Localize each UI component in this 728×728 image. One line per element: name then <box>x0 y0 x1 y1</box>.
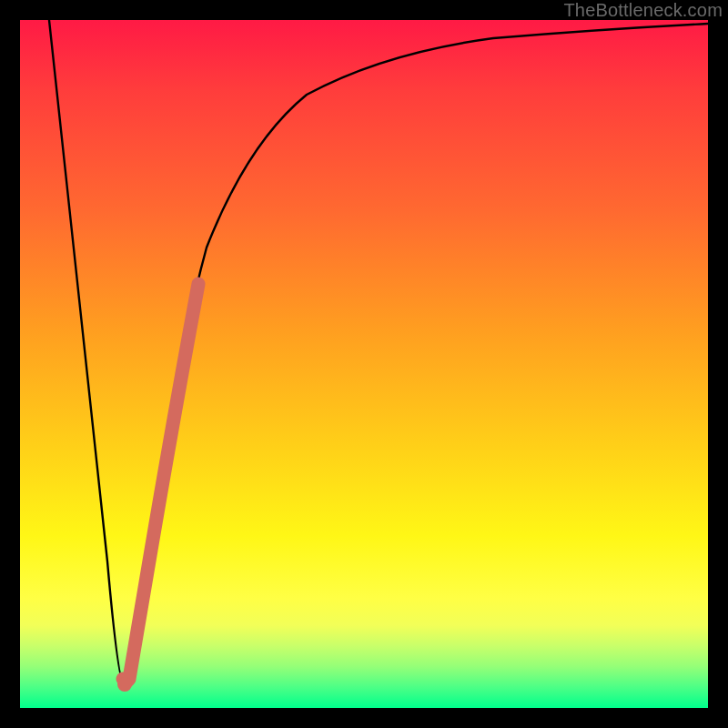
gradient-plot-area <box>20 20 708 708</box>
chart-frame: TheBottleneck.com <box>0 0 728 728</box>
watermark-text: TheBottleneck.com <box>563 0 723 21</box>
